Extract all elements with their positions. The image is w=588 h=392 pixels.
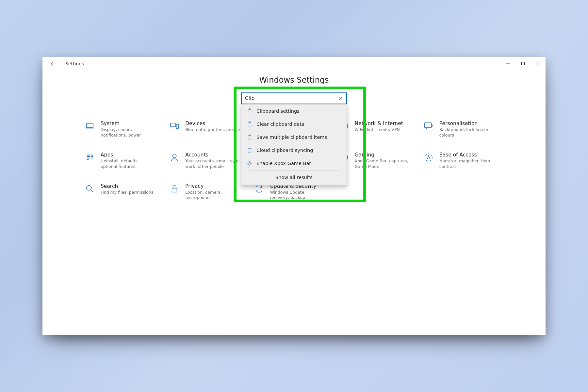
category-title: Gaming (355, 152, 410, 158)
category-title: System (101, 121, 156, 126)
svg-rect-11 (171, 123, 176, 127)
category-system[interactable]: System Display, sound, notifications, po… (85, 121, 164, 138)
svg-point-16 (173, 154, 176, 157)
category-desc: Windows Update, recovery, backup (270, 190, 325, 201)
svg-rect-12 (176, 124, 179, 128)
category-desc: Location, camera, microphone (185, 190, 241, 201)
settings-window: Settings Windows Settings (42, 57, 546, 335)
show-all-results[interactable]: Show all results (241, 171, 347, 185)
category-personalisation[interactable]: Personalisation Background, lock screen,… (424, 121, 503, 138)
clipboard-icon (247, 147, 253, 153)
back-button[interactable] (47, 58, 57, 69)
category-desc: Background, lock screen, colours (439, 127, 495, 138)
clipboard-icon (247, 108, 253, 114)
svg-point-21 (87, 185, 91, 190)
search-area: Clipboard settings Clear clipboard data … (241, 92, 347, 104)
category-ease-of-access[interactable]: Ease of Access Narrator, magnifier, high… (424, 152, 503, 170)
window-title: Settings (65, 61, 84, 66)
suggestion-item[interactable]: Enable Xbox Game Bar (241, 157, 347, 170)
svg-rect-0 (522, 62, 525, 65)
category-desc: Bluetooth, printers, mouse (185, 127, 240, 133)
magnifier-icon (85, 184, 95, 194)
titlebar: Settings (42, 57, 546, 70)
category-apps[interactable]: Apps Uninstall, defaults, optional featu… (85, 152, 164, 170)
apps-icon (85, 153, 95, 162)
suggestion-item[interactable]: Cloud clipboard syncing (241, 144, 347, 157)
person-icon (170, 153, 179, 162)
clipboard-icon (247, 134, 253, 140)
category-title: Network & Internet (355, 121, 403, 126)
category-search[interactable]: Search Find my files, permissions (85, 183, 164, 201)
svg-rect-10 (87, 123, 93, 128)
category-desc: Find my files, permissions (101, 190, 153, 195)
suggestion-item[interactable]: Clear clipboard data (241, 118, 347, 131)
suggestion-item[interactable]: Save multiple clipboard items (241, 131, 347, 144)
category-desc: Narrator, magnifier, high contrast (439, 158, 495, 170)
gear-icon (247, 160, 253, 166)
svg-point-9 (249, 163, 251, 164)
category-title: Apps (101, 152, 156, 158)
search-input[interactable] (241, 92, 347, 104)
close-button[interactable] (531, 57, 546, 70)
category-desc: WiFi, flight mode, VPN (355, 127, 403, 133)
maximize-button[interactable] (515, 57, 531, 70)
category-title: Personalisation (439, 121, 495, 126)
svg-rect-15 (425, 123, 432, 128)
category-title: Search (101, 183, 153, 189)
content-area: Windows Settings Clipboard settings Clea… (42, 70, 546, 335)
suggestion-label: Cloud clipboard syncing (256, 148, 313, 153)
category-privacy[interactable]: Privacy Location, camera, microphone (170, 183, 249, 201)
window-controls (500, 57, 546, 70)
category-update-security[interactable]: Update & Security Windows Update, recove… (254, 183, 334, 201)
laptop-icon (85, 121, 95, 131)
category-devices[interactable]: Devices Bluetooth, printers, mouse (170, 121, 249, 138)
category-desc: Display, sound, notifications, power (101, 127, 156, 138)
suggestion-label: Save multiple clipboard items (256, 135, 327, 140)
page-title: Windows Settings (259, 75, 329, 85)
suggestion-label: Clipboard settings (256, 108, 300, 114)
search-suggestions: Clipboard settings Clear clipboard data … (241, 104, 347, 186)
lock-icon (170, 184, 179, 194)
category-gaming[interactable]: Gaming Xbox Game Bar, captures, Game Mod… (339, 152, 418, 170)
ease-icon (424, 153, 433, 162)
brush-icon (424, 121, 433, 131)
category-desc: Xbox Game Bar, captures, Game Mode (355, 158, 410, 170)
minimize-button[interactable] (500, 57, 515, 70)
category-title: Ease of Access (439, 152, 495, 158)
category-title: Privacy (185, 183, 241, 189)
clear-search-button[interactable] (336, 94, 345, 103)
suggestion-label: Clear clipboard data (256, 122, 304, 127)
suggestion-label: Enable Xbox Game Bar (256, 161, 311, 166)
category-title: Accounts (185, 152, 241, 158)
category-desc: Uninstall, defaults, optional features (101, 158, 156, 170)
devices-icon (170, 121, 179, 131)
category-desc: Your accounts, email, sync, work, other … (185, 158, 241, 170)
svg-rect-22 (172, 188, 177, 192)
category-accounts[interactable]: Accounts Your accounts, email, sync, wor… (170, 152, 249, 170)
category-network[interactable]: Network & Internet WiFi, flight mode, VP… (339, 121, 418, 138)
clipboard-icon (247, 121, 253, 127)
suggestion-item[interactable]: Clipboard settings (241, 105, 347, 118)
svg-point-20 (425, 154, 433, 161)
category-title: Devices (185, 121, 240, 126)
